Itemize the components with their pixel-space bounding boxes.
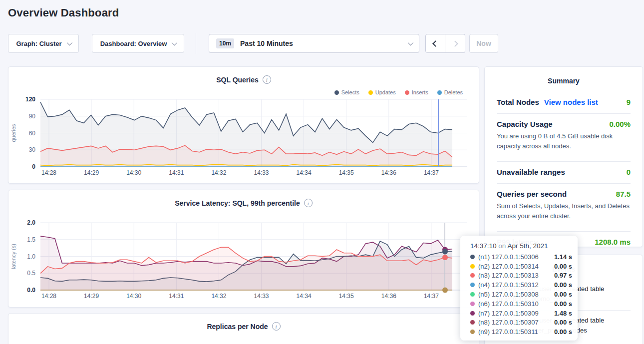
chevron-left-icon [432,40,439,47]
tooltip-node-value: 0.00 s [554,319,572,326]
summary-row: Unavailable ranges0 [497,162,631,178]
tooltip-node-row: (n3) 127.0.0.1:503130.97 s [470,271,570,281]
chart-hover-tooltip: 14:37:10 on Apr 5th, 2021 (n1) 127.0.0.1… [460,236,578,341]
summary-row: Capacity Usage0.00% [497,114,631,130]
replicas-per-node-card: Replicas per Node i [8,313,479,344]
svg-text:14:33: 14:33 [254,169,269,176]
node-color-dot-icon [470,302,475,306]
svg-text:14:31: 14:31 [169,293,184,300]
node-color-dot-icon [470,264,475,269]
dashboard-dropdown[interactable]: Dashboard: Overview [92,34,184,53]
svg-text:14:36: 14:36 [381,293,396,300]
svg-text:14:33: 14:33 [254,293,269,300]
sql-queries-chart[interactable]: 030609012014:2814:2914:3014:3114:3214:33… [8,91,480,178]
tooltip-node-name: (n8) 127.0.0.1:50307 [478,319,554,326]
overview-dashboard-page: Overview Dashboard Graph: Cluster Dashbo… [0,0,644,344]
tooltip-timestamp: 14:37:10 on Apr 5th, 2021 [470,242,570,250]
toolbar-divider [196,33,196,54]
tooltip-node-value: 0.00 s [554,281,572,289]
tooltip-node-row: (n9) 127.0.0.1:503110.00 s [470,327,570,337]
svg-text:60: 60 [29,130,36,137]
svg-text:14:30: 14:30 [126,169,141,176]
time-prev-button[interactable] [425,34,445,53]
tooltip-node-row: (n6) 127.0.0.1:503100.00 s [470,299,570,309]
time-range-badge: 10m [216,38,234,48]
time-nav-group [425,34,465,53]
svg-text:14:36: 14:36 [381,169,396,176]
svg-text:14:28: 14:28 [41,293,56,300]
tooltip-node-value: 0.00 s [554,300,572,308]
tooltip-node-name: (n5) 127.0.0.1:50308 [478,291,554,298]
summary-heading: Summary [485,67,643,85]
svg-text:14:29: 14:29 [84,169,99,176]
summary-row-value: 1208.0 ms [595,238,631,246]
svg-text:14:35: 14:35 [339,293,354,300]
tooltip-node-value: 0.00 s [554,263,572,270]
summary-row-label: Queries per second [497,190,567,198]
svg-text:14:37: 14:37 [424,293,439,300]
tooltip-node-row: (n1) 127.0.0.1:503061.14 s [470,252,570,262]
tooltip-node-row: (n8) 127.0.0.1:503070.00 s [470,318,570,328]
summary-row: Total NodesView nodes list9 [497,92,631,108]
tooltip-node-row: (n2) 127.0.0.1:503140.00 s [470,262,570,271]
now-button-disabled[interactable]: Now [469,34,498,53]
service-latency-card: Service Latency: SQL, 99th percentile i … [8,190,479,308]
node-color-dot-icon [470,320,475,325]
svg-text:0.5: 0.5 [27,270,35,277]
tooltip-rows: (n1) 127.0.0.1:503061.14 s(n2) 127.0.0.1… [470,252,570,337]
summary-panel: Summary Total NodesView nodes list9Capac… [484,66,643,247]
info-icon[interactable]: i [263,75,271,84]
service-latency-chart[interactable]: 0.00.51.01.52.014:2814:2914:3014:3114:32… [8,214,480,302]
summary-row-label: Capacity Usage [497,120,553,128]
service-latency-title: Service Latency: SQL, 99th percentile [175,199,300,207]
tooltip-node-row: (n4) 127.0.0.1:503120.00 s [470,280,570,290]
info-icon[interactable]: i [272,322,281,331]
svg-text:latency (s): latency (s) [10,244,16,269]
tooltip-node-row: (n7) 127.0.0.1:503091.48 s [470,309,570,318]
tooltip-node-name: (n9) 127.0.0.1:50311 [478,328,554,336]
tooltip-node-value: 0.00 s [554,291,572,298]
node-color-dot-icon [470,255,475,259]
node-color-dot-icon [470,273,475,278]
node-color-dot-icon [470,330,475,334]
svg-text:1.0: 1.0 [27,253,35,260]
tooltip-node-name: (n4) 127.0.0.1:50312 [478,281,554,289]
tooltip-node-name: (n1) 127.0.0.1:50306 [478,253,554,261]
svg-text:30: 30 [29,146,36,153]
time-range-picker[interactable]: 10m Past 10 Minutes [209,34,419,53]
tooltip-node-name: (n2) 127.0.0.1:50314 [478,263,554,270]
chevron-down-icon [408,40,413,45]
summary-row-subtext: You are using 0 B of 4.5 GiB usable disk… [497,130,631,156]
summary-row: Queries per second87.5 [497,184,631,200]
view-nodes-list-link[interactable]: View nodes list [544,98,598,106]
svg-text:14:28: 14:28 [41,169,56,176]
sql-queries-card: SQL Queries i SelectsUpdatesInsertsDelet… [8,66,479,184]
svg-text:queries: queries [10,124,16,142]
time-next-button-disabled[interactable] [445,34,465,53]
node-color-dot-icon [470,311,475,316]
tooltip-node-name: (n3) 127.0.0.1:50313 [478,272,554,279]
time-range-label: Past 10 Minutes [240,39,293,47]
tooltip-node-name: (n6) 127.0.0.1:50310 [478,300,554,308]
tooltip-node-value: 0.00 s [554,328,572,336]
summary-row-value: 87.5 [616,190,631,198]
svg-text:2.0: 2.0 [27,219,35,226]
svg-text:14:32: 14:32 [211,169,226,176]
graph-dropdown-label: Graph: Cluster [16,40,61,47]
svg-text:0.0: 0.0 [27,287,35,294]
svg-text:1.5: 1.5 [27,236,35,243]
svg-text:14:29: 14:29 [84,293,99,300]
svg-text:14:35: 14:35 [339,169,354,176]
summary-rows: Total NodesView nodes list9Capacity Usag… [485,85,643,248]
tooltip-node-name: (n7) 127.0.0.1:50309 [478,310,554,317]
info-icon[interactable]: i [304,199,313,207]
page-title: Overview Dashboard [8,6,119,19]
svg-text:14:32: 14:32 [211,293,226,300]
chevron-down-icon [172,40,177,45]
tooltip-node-value: 1.14 s [554,253,572,261]
svg-text:0: 0 [32,163,35,170]
svg-text:14:37: 14:37 [424,169,439,176]
svg-text:14:31: 14:31 [169,169,184,176]
graph-dropdown[interactable]: Graph: Cluster [8,34,79,53]
chevron-right-icon [452,40,458,47]
